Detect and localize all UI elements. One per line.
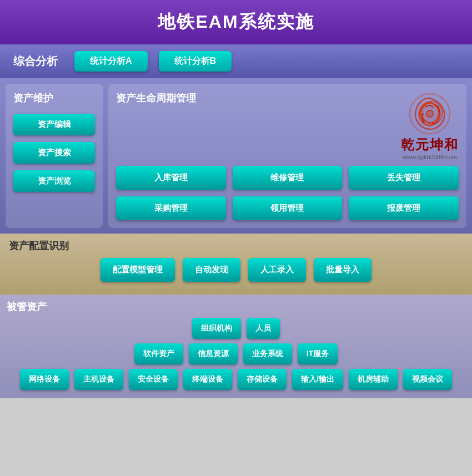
page-title: 地铁EAM系统实施	[0, 10, 472, 34]
managed-title: 被管资产	[7, 300, 465, 313]
btn-config-model[interactable]: 配置模型管理	[101, 258, 175, 282]
btn-terminal[interactable]: 终端设备	[183, 369, 232, 390]
nav-bar: 综合分析 统计分析A 统计分析B	[0, 44, 472, 78]
btn-security[interactable]: 安全设备	[129, 369, 178, 390]
lifecycle-info: 资产生命周期管理	[116, 92, 392, 160]
btn-it-service[interactable]: IT服务	[298, 343, 338, 364]
btn-video-conf[interactable]: 视频会议	[403, 369, 452, 390]
btn-asset-search[interactable]: 资产搜索	[13, 142, 95, 164]
managed-rows: 组织机构 人员 软件资产 信息资源 业务系统 IT服务 网络设备 主机设备 安全…	[7, 318, 465, 390]
btn-scrap[interactable]: 报废管理	[349, 196, 459, 220]
managed-row-3: 网络设备 主机设备 安全设备 终端设备 存储设备 输入/输出 机房辅助 视频会议	[7, 369, 465, 390]
btn-lost[interactable]: 丢失管理	[349, 166, 459, 190]
btn-borrow[interactable]: 领用管理	[233, 196, 343, 220]
nav-label: 综合分析	[13, 54, 58, 69]
config-buttons: 配置模型管理 自动发现 人工录入 批量导入	[9, 258, 463, 282]
main-wrapper: 地铁EAM系统实施 综合分析 统计分析A 统计分析B 资产维护 资产编辑 资产搜…	[0, 0, 472, 398]
btn-batch-import[interactable]: 批量导入	[314, 258, 371, 282]
config-title: 资产配置识别	[9, 239, 463, 252]
btn-asset-browse[interactable]: 资产浏览	[13, 170, 95, 192]
lifecycle-grid: 入库管理 维修管理 丢失管理 采购管理 领用管理 报废管理	[116, 166, 459, 220]
header: 地铁EAM系统实施	[0, 0, 472, 44]
btn-asset-edit[interactable]: 资产编辑	[13, 114, 95, 135]
nav-btn-stat-b[interactable]: 统计分析B	[159, 51, 232, 72]
section-managed: 被管资产 组织机构 人员 软件资产 信息资源 业务系统 IT服务 网络设备 主机…	[0, 295, 472, 398]
btn-info-resource[interactable]: 信息资源	[189, 343, 238, 364]
btn-auto-discover[interactable]: 自动发现	[183, 258, 240, 282]
btn-repair[interactable]: 维修管理	[233, 166, 343, 190]
nav-btn-stat-a[interactable]: 统计分析A	[74, 51, 148, 72]
btn-io[interactable]: 输入/输出	[292, 369, 343, 390]
btn-personnel[interactable]: 人员	[247, 318, 280, 339]
company-url: www.qykh2009.com	[403, 154, 457, 160]
right-panel: 资产生命周期管理 乾元	[108, 84, 466, 228]
btn-software[interactable]: 软件资产	[134, 343, 183, 364]
btn-network[interactable]: 网络设备	[20, 369, 69, 390]
section-config: 资产配置识别 配置模型管理 自动发现 人工录入 批量导入	[0, 234, 472, 295]
managed-row-2: 软件资产 信息资源 业务系统 IT服务	[7, 343, 465, 364]
left-panel: 资产维护 资产编辑 资产搜索 资产浏览	[6, 84, 103, 228]
right-panel-top: 资产生命周期管理 乾元	[116, 92, 459, 160]
btn-biz-system[interactable]: 业务系统	[243, 343, 292, 364]
btn-purchase[interactable]: 采购管理	[116, 196, 226, 220]
btn-manual-input[interactable]: 人工录入	[248, 258, 306, 282]
btn-datacenter[interactable]: 机房辅助	[349, 369, 398, 390]
asset-maintenance-title: 资产维护	[13, 92, 95, 105]
btn-host[interactable]: 主机设备	[74, 369, 123, 390]
btn-storage[interactable]: 存储设备	[238, 369, 287, 390]
managed-row-1: 组织机构 人员	[7, 318, 465, 339]
btn-org[interactable]: 组织机构	[192, 318, 241, 339]
svg-point-1	[426, 110, 433, 117]
lifecycle-title: 资产生命周期管理	[116, 92, 392, 105]
dragon-logo	[408, 92, 452, 136]
logo-area: 乾元坤和 www.qykh2009.com	[401, 92, 459, 160]
btn-inbound[interactable]: 入库管理	[116, 166, 226, 190]
company-name: 乾元坤和	[401, 136, 459, 154]
section-asset-maintenance: 资产维护 资产编辑 资产搜索 资产浏览 资产生命周期管理	[0, 78, 472, 234]
